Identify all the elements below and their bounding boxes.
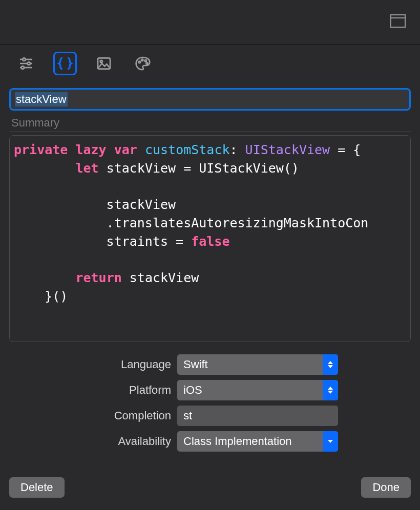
- delete-button[interactable]: Delete: [9, 477, 65, 498]
- platform-select[interactable]: iOS: [177, 380, 338, 400]
- window-icon[interactable]: [390, 14, 406, 28]
- svg-point-3: [28, 62, 30, 65]
- chevron-down-icon: [323, 431, 338, 452]
- svg-point-8: [139, 61, 140, 63]
- language-select[interactable]: Swift: [177, 354, 338, 375]
- summary-input[interactable]: Summary: [9, 114, 411, 132]
- done-button[interactable]: Done: [361, 477, 411, 498]
- svg-point-10: [145, 60, 146, 61]
- svg-point-1: [23, 58, 25, 60]
- completion-label: Completion: [9, 409, 171, 422]
- sliders-icon[interactable]: [14, 52, 38, 75]
- braces-icon[interactable]: [53, 52, 77, 75]
- svg-rect-6: [98, 58, 110, 69]
- platform-label: Platform: [9, 384, 171, 397]
- chevrons-icon: [323, 354, 338, 375]
- language-label: Language: [9, 358, 171, 371]
- svg-point-9: [141, 59, 143, 61]
- snippet-title-value: stackView: [15, 92, 68, 107]
- completion-input[interactable]: st: [177, 406, 338, 426]
- summary-placeholder: Summary: [11, 116, 59, 130]
- snippet-title-input[interactable]: stackView: [9, 88, 411, 111]
- titlebar: [0, 0, 420, 44]
- chevrons-icon: [323, 380, 338, 400]
- inspector-tabstrip: [0, 45, 420, 82]
- availability-label: Availability: [9, 435, 171, 448]
- svg-point-11: [146, 62, 148, 64]
- palette-icon[interactable]: [131, 52, 155, 75]
- image-icon[interactable]: [92, 52, 116, 75]
- code-editor[interactable]: private lazy var customStack: UIStackVie…: [9, 135, 411, 342]
- svg-point-7: [100, 60, 102, 62]
- availability-select[interactable]: Class Implementation: [177, 431, 338, 452]
- svg-point-5: [22, 66, 24, 69]
